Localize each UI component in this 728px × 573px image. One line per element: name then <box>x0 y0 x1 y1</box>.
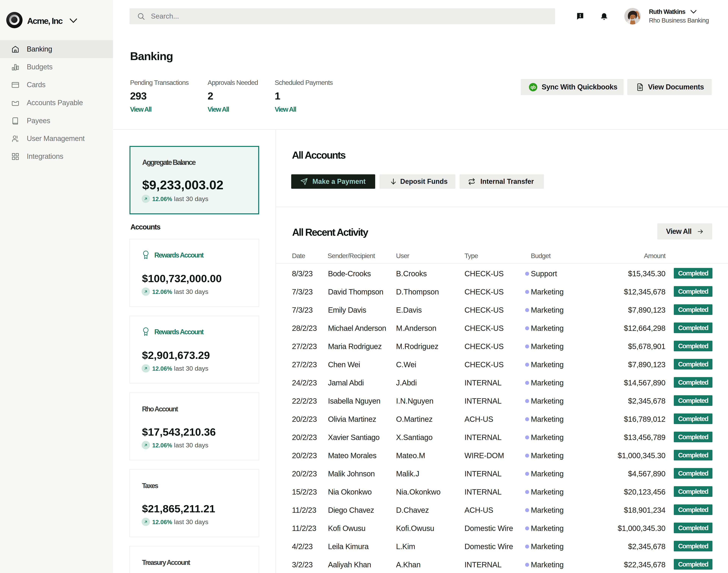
svg-text:qb: qb <box>531 85 536 90</box>
